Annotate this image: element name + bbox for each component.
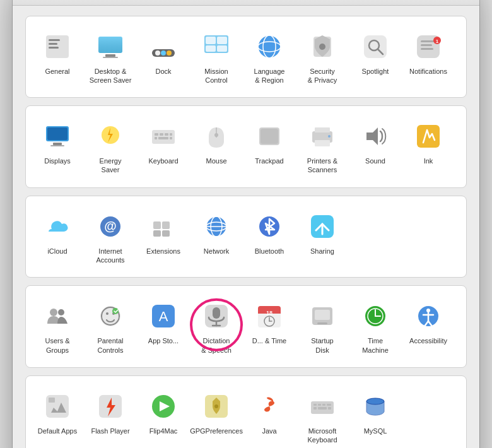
pref-item-network[interactable]: Network	[191, 205, 242, 269]
sound-label: Sound	[365, 156, 385, 165]
svg-rect-36	[53, 143, 62, 145]
svg-text:1: 1	[436, 38, 439, 44]
icloud-label: iCloud	[47, 247, 67, 256]
svg-rect-53	[315, 127, 330, 133]
section-internet: iCloud@Internet AccountsExtensionsNetwor…	[25, 196, 467, 278]
system-preferences-window: ‹ › System Preferences GeneralDesktop & …	[13, 0, 479, 448]
svg-point-11	[155, 50, 160, 56]
svg-text:18: 18	[266, 310, 272, 316]
svg-rect-41	[155, 133, 158, 136]
svg-rect-57	[417, 125, 440, 148]
trackpad-label: Trackpad	[255, 156, 283, 165]
printers-label: Printers & Scanners	[307, 156, 337, 175]
dictation-label: Dictation & Speech	[201, 336, 231, 355]
pref-item-extensions[interactable]: Extensions	[138, 205, 189, 269]
displays-icon	[41, 120, 74, 153]
svg-rect-82	[213, 307, 220, 319]
users-icon	[41, 300, 74, 333]
svg-point-73	[58, 309, 64, 315]
pref-item-accessibility[interactable]: Accessibility	[403, 295, 454, 358]
ink-label: Ink	[424, 156, 433, 165]
spotlight-icon	[359, 30, 392, 63]
svg-rect-116	[322, 404, 325, 406]
pref-item-sharing[interactable]: Sharing	[297, 205, 348, 269]
svg-point-112	[214, 404, 218, 408]
sharing-label: Sharing	[310, 247, 334, 256]
users-label: Users & Groups	[45, 336, 69, 355]
java-label: Java	[262, 427, 276, 435]
pref-item-dictation[interactable]: Dictation & Speech	[191, 295, 242, 358]
datetime-label: D... & Time	[252, 336, 286, 345]
svg-rect-35	[47, 127, 67, 140]
svg-text:@: @	[104, 219, 117, 233]
extensions-icon	[147, 210, 180, 243]
pref-item-displays[interactable]: Displays	[32, 115, 83, 179]
mission-label: Mission Control	[204, 67, 228, 85]
mskeyboard-icon	[306, 390, 339, 423]
svg-rect-54	[315, 140, 330, 146]
pref-item-datetime[interactable]: 18D... & Time	[244, 295, 295, 358]
defaultapps-icon	[41, 390, 74, 423]
pref-item-keyboard[interactable]: Keyboard	[138, 115, 189, 179]
pref-item-appstore[interactable]: AApp Sto...	[138, 295, 189, 358]
datetime-icon: 18	[253, 300, 286, 333]
pref-item-general[interactable]: General	[32, 25, 83, 89]
svg-rect-44	[170, 133, 172, 136]
svg-rect-5	[49, 47, 59, 49]
pref-item-defaultapps[interactable]: Default Apps	[32, 385, 83, 448]
pref-item-sound[interactable]: Sound	[350, 115, 401, 179]
bluetooth-label: Bluetooth	[255, 247, 284, 256]
accessibility-icon	[412, 300, 445, 333]
pref-item-dock[interactable]: Dock	[138, 25, 189, 89]
language-label: Language & Region	[254, 67, 285, 85]
svg-marker-56	[366, 127, 378, 145]
svg-rect-8	[105, 54, 115, 57]
pref-item-timemachine[interactable]: Time Machine	[350, 295, 401, 358]
pref-item-mysql[interactable]: MySQL	[350, 385, 401, 448]
pref-item-printers[interactable]: Printers & Scanners	[297, 115, 348, 179]
pref-item-mission[interactable]: Mission Control	[191, 25, 242, 89]
keyboard-icon	[147, 120, 180, 153]
svg-rect-17	[206, 45, 216, 52]
pref-item-mskeyboard[interactable]: Microsoft Keyboard	[297, 385, 348, 448]
appstore-icon: A	[147, 300, 180, 333]
pref-item-icloud[interactable]: iCloud	[32, 205, 83, 269]
svg-rect-51	[261, 129, 278, 144]
pref-item-ink[interactable]: Ink	[403, 115, 454, 179]
pref-item-mouse[interactable]: Mouse	[191, 115, 242, 179]
svg-point-24	[319, 44, 325, 50]
extensions-label: Extensions	[146, 247, 180, 256]
pref-item-security[interactable]: Security & Privacy	[297, 25, 348, 89]
sound-icon	[359, 120, 392, 153]
pref-item-parental[interactable]: Parental Controls	[85, 295, 136, 358]
spotlight-label: Spotlight	[362, 67, 389, 76]
desktop-label: Desktop & Screen Saver	[90, 67, 132, 85]
pref-item-language[interactable]: Language & Region	[244, 25, 295, 89]
pref-item-energy[interactable]: Energy Saver	[85, 115, 136, 179]
pref-item-java[interactable]: Java	[244, 385, 295, 448]
displays-label: Displays	[44, 156, 71, 165]
pref-item-bluetooth[interactable]: Bluetooth	[244, 205, 295, 269]
pref-item-notifications[interactable]: 1Notifications	[403, 25, 454, 89]
security-icon	[306, 30, 339, 63]
parental-icon	[94, 300, 127, 333]
pref-item-users[interactable]: Users & Groups	[32, 295, 83, 358]
pref-item-desktop[interactable]: Desktop & Screen Saver	[85, 25, 136, 89]
pref-item-flip4mac[interactable]: Flip4Mac	[138, 385, 189, 448]
flip4mac-icon	[147, 390, 180, 423]
mission-icon	[200, 30, 233, 63]
pref-item-startup[interactable]: Startup Disk	[297, 295, 348, 358]
svg-rect-93	[315, 310, 330, 320]
svg-rect-31	[421, 48, 433, 50]
svg-rect-120	[328, 407, 331, 410]
pref-item-flash[interactable]: Flash Player	[85, 385, 136, 448]
svg-rect-115	[318, 404, 321, 406]
svg-rect-7	[98, 37, 122, 53]
pref-item-trackpad[interactable]: Trackpad	[244, 115, 295, 179]
pref-item-internet[interactable]: @Internet Accounts	[85, 205, 136, 269]
pref-item-gpg[interactable]: GPGPreferences	[191, 385, 242, 448]
svg-rect-3	[49, 39, 60, 41]
dock-label: Dock	[155, 67, 171, 76]
appstore-label: App Sto...	[148, 336, 179, 345]
pref-item-spotlight[interactable]: Spotlight	[350, 25, 401, 89]
